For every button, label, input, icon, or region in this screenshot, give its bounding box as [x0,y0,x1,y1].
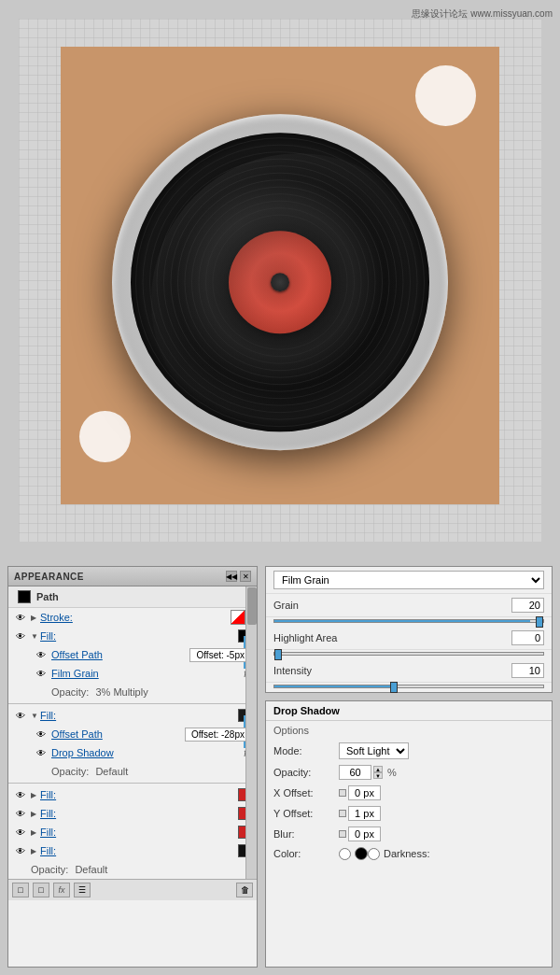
opacity-row-1: Opacity: 3% Multiply [8,683,257,701]
stroke-label[interactable]: Stroke: [40,612,231,623]
panel-controls: ◀◀ ✕ [226,571,251,582]
y-offset-row: Y Offset: [266,803,552,824]
film-grain-label[interactable]: Film Grain [51,668,240,679]
blur-value[interactable] [348,827,381,841]
menu-btn[interactable]: ☰ [74,883,91,897]
mode-select[interactable]: Soft Light [339,742,409,759]
fill-row-1: 👁 ▼ Fill: R: 0 G: 0 B: 0 [8,627,257,645]
fill-label-2[interactable]: Fill: [40,710,234,721]
panel-title: APPEARANCE [14,572,84,582]
appearance-content: Path 👁 ▶ Stroke: 👁 ▼ Fill: R: 0 [8,586,257,879]
panel-toolbar: □ □ fx ☰ 🗑 [8,879,257,900]
intensity-value[interactable] [511,663,544,678]
eye-icon-fs4[interactable]: 👁 [14,844,27,857]
ds-options-label: Options [266,721,552,740]
trash-btn[interactable]: 🗑 [236,883,253,897]
intensity-slider[interactable] [273,685,544,688]
eye-icon-opacity-bottom [14,863,27,876]
drop-shadow-row: 👁 Drop Shadow fx [8,743,257,762]
x-offset-control [339,785,381,800]
color-radio[interactable] [339,848,351,860]
record-center-hole [271,273,289,291]
grain-slider-row [266,617,552,627]
fill-small-label-3: Fill: [40,827,234,838]
opacity-stepper: ▲ ▼ [373,766,383,779]
new-item-btn[interactable]: □ [12,883,29,897]
canvas-area [19,19,541,542]
highlight-slider-row [266,650,552,659]
color-dot[interactable] [355,847,368,860]
stroke-row: 👁 ▶ Stroke: [8,608,257,627]
grain-slider-handle[interactable] [536,616,543,628]
eye-icon-fs1[interactable]: 👁 [14,788,27,801]
eye-icon-fill2[interactable]: 👁 [14,709,27,722]
color-label: Color: [273,848,339,859]
stroke-swatch [231,610,245,625]
arrow-fill2: ▼ [31,712,40,720]
drop-shadow-panel: Drop Shadow Options Mode: Soft Light Opa… [265,700,553,968]
ds-opacity-label: Opacity: [273,767,339,778]
panel-header: APPEARANCE ◀◀ ✕ [8,567,257,586]
filter-dropdown-row: Film Grain [266,567,552,594]
ds-header: Drop Shadow [266,701,552,721]
fill-small-label-2: Fill: [40,808,234,819]
filter-select[interactable]: Film Grain [273,571,544,589]
panels-area: APPEARANCE ◀◀ ✕ Path 👁 ▶ Stroke: 👁 [0,558,560,975]
fill-small-label-4: Fill: [40,845,234,856]
intensity-label: Intensity [273,665,348,676]
duplicate-btn[interactable]: □ [33,883,49,897]
darkness-radio[interactable] [368,848,380,860]
scroll-thumb[interactable] [247,587,257,625]
x-offset-label: X Offset: [273,787,339,798]
fill-small-label-1: Fill: [40,789,234,800]
ds-opacity-value[interactable] [339,765,371,780]
eye-icon-fs2[interactable]: 👁 [14,807,27,820]
y-offset-value[interactable] [348,806,381,821]
eye-icon-stroke[interactable]: 👁 [14,611,27,624]
mode-label: Mode: [273,745,339,756]
eye-icon-offset1[interactable]: 👁 [35,648,48,661]
highlight-value[interactable] [511,630,544,645]
vinyl-record [112,114,448,450]
x-offset-row: X Offset: R: 255 G: 255 B: 255 [266,783,552,803]
grain-value[interactable] [511,598,544,613]
eye-icon-fill1[interactable]: 👁 [14,629,27,643]
highlight-label: Highlight Area [273,632,348,643]
x-offset-icon[interactable] [339,789,346,797]
collapse-btn[interactable]: ◀◀ [226,571,237,582]
eye-icon-filmgrain[interactable]: 👁 [35,667,48,680]
fill-small-row-1: 👁 ▶ Fill: [8,785,257,804]
fx-btn[interactable]: fx [53,883,70,897]
grain-row: Grain [266,594,552,617]
opacity-step-down[interactable]: ▼ [373,772,383,779]
opacity-row: Opacity: ▲ ▼ % [266,762,552,783]
eye-icon-fs3[interactable]: 👁 [14,826,27,839]
eye-icon-dropshadow[interactable]: 👁 [35,746,48,759]
intensity-slider-handle[interactable] [390,682,398,693]
scrollbar[interactable] [245,586,257,879]
highlight-row: Highlight Area [266,627,552,650]
record-label [229,231,331,333]
y-offset-icon[interactable] [339,810,346,817]
opacity-label-2: Opacity: Default [51,766,251,777]
grain-slider[interactable] [273,619,544,623]
arrow-fill1: ▼ [31,632,40,641]
offset-path-label-1[interactable]: Offset Path [51,649,184,660]
opacity-bottom-row: Opacity: Default [8,860,257,879]
blur-icon[interactable] [339,830,346,838]
opacity-step-up[interactable]: ▲ [373,766,383,772]
highlight-slider[interactable] [273,652,544,656]
offset-path-label-2[interactable]: Offset Path [51,728,179,740]
x-offset-value[interactable] [348,785,381,800]
drop-shadow-label[interactable]: Drop Shadow [51,747,240,758]
highlight-slider-handle[interactable] [274,649,282,660]
eye-icon-opacity2 [35,765,48,778]
eye-icon-offset2[interactable]: 👁 [35,728,48,741]
fill-small-row-3: 👁 ▶ Fill: [8,823,257,841]
blur-row: Blur: [266,824,552,844]
fill-label-1[interactable]: Fill: [40,630,234,642]
record-outer-ring [112,114,448,450]
close-btn[interactable]: ✕ [240,571,251,582]
mode-row: Mode: Soft Light [266,740,552,762]
path-row: Path [8,586,257,608]
